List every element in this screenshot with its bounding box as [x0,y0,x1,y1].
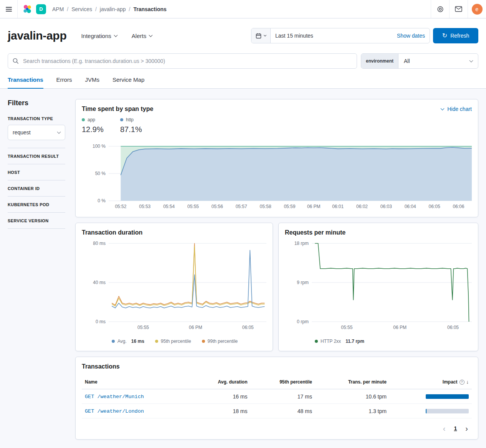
space-avatar[interactable]: D [36,4,46,14]
table-header-row: Name Avg. duration 95th percentile Trans… [82,375,472,389]
panel-title: Requests per minute [285,229,472,236]
filter-section-host[interactable]: HOST [8,164,65,180]
impact-header-label: Impact [443,379,458,385]
date-quick-select-button[interactable] [251,28,271,43]
search-icon [13,58,19,64]
tpm-cell: 1.3 tpm [315,404,390,418]
environment-label: environment [361,54,398,68]
y-tick-label: 9 rpm [297,280,309,285]
tab-errors[interactable]: Errors [56,76,72,89]
breadcrumb-service-name[interactable]: javalin-app [100,6,126,12]
date-picker: Last 15 minutes Show dates [251,28,430,43]
breadcrumb: APM / Services / javalin-app / Transacti… [52,6,167,12]
pagination: ‹ 1 › [82,418,472,433]
legend-item-avg[interactable]: Avg. 16 ms [112,339,144,344]
panel-title: Transactions [82,363,472,370]
refresh-icon: ↻ [442,33,447,39]
filter-section-container-id[interactable]: CONTAINER ID [8,180,65,196]
y-tick-label: 0 ms [96,319,106,324]
alerts-button[interactable]: Alerts [132,33,152,39]
x-tick-label: 06 PM [189,325,202,330]
x-tick-label: 05:53 [139,204,150,209]
p95-series-dot-icon [155,340,158,343]
x-tick-label: 05:55 [187,204,199,209]
panel-title: Transaction duration [82,229,266,236]
refresh-button[interactable]: ↻ Refresh [433,28,478,43]
hide-chart-label: Hide chart [447,106,472,112]
x-tick-label: 06:02 [356,204,368,209]
hide-chart-button[interactable]: Hide chart [441,106,472,112]
legend-item-http-2xx[interactable]: HTTP 2xx 11.7 rpm [315,339,364,344]
integrations-button[interactable]: Integrations [81,33,117,39]
x-tick-label: 06:05 [447,325,459,330]
column-header-impact[interactable]: Impact?↓ [390,375,472,389]
mail-icon[interactable] [449,0,468,18]
show-dates-button[interactable]: Show dates [392,28,430,43]
transaction-link-weather-munich[interactable]: GET /weather/Munich [85,394,144,400]
chevron-down-icon [469,58,473,62]
help-icon[interactable] [431,0,449,18]
http-2xx-series-dot-icon [315,340,318,343]
transaction-type-select[interactable]: request [8,125,65,140]
legend-item-95th-percentile[interactable]: 95th percentile [155,339,191,344]
user-avatar[interactable]: e [468,0,486,18]
next-page-button[interactable]: › [465,425,468,432]
chevron-down-icon [264,33,266,36]
p95-cell: 17 ms [251,389,315,404]
span-type-legend: app 12.9% http 87.1% [82,117,472,134]
impact-bar [426,409,426,413]
legend-label: 95th percentile [161,339,191,344]
y-axis-labels: 100 % 50 % 0 % [82,145,109,211]
transaction-link-weather-london[interactable]: GET /weather/London [85,408,144,414]
page-1-button[interactable]: 1 [454,425,457,431]
column-header-name[interactable]: Name [82,375,191,389]
breadcrumb-separator: / [129,6,131,12]
x-tick-label: 05:54 [163,204,175,209]
app-series-dot-icon [82,118,85,121]
search-input[interactable] [22,58,352,64]
legend-label: HTTP 2xx [321,339,341,344]
breadcrumb-services[interactable]: Services [71,6,92,12]
x-tick-label: 06:03 [380,204,392,209]
x-tick-label: 06:05 [242,325,254,330]
legend-item-http[interactable]: http [120,117,148,122]
rpm-legend: HTTP 2xx 11.7 rpm [315,339,472,344]
impact-bar [426,394,469,399]
filter-section-transaction-result[interactable]: TRANSACTION RESULT [8,148,65,164]
impact-help-icon[interactable]: ? [460,380,465,385]
elastic-logo-icon[interactable] [22,4,32,14]
app-percentage: 12.9% [82,125,109,134]
x-tick-label: 06:04 [405,204,416,209]
y-tick-label: 50 % [95,171,106,176]
transactions-table: Name Avg. duration 95th percentile Trans… [82,375,472,418]
legend-item-99th-percentile[interactable]: 99th percentile [202,339,238,344]
tab-service-map[interactable]: Service Map [112,76,144,89]
filter-section-kubernetes-pod[interactable]: KUBERNETES POD [8,196,65,212]
column-header-avg-duration[interactable]: Avg. duration [191,375,250,389]
breadcrumb-apm[interactable]: APM [52,6,64,12]
x-axis-labels: 05:5205:5305:5405:5505:5605:5705:5805:59… [109,204,472,211]
p99-series-dot-icon [202,340,205,343]
environment-filter: environment All [361,53,478,69]
impact-track [426,394,469,399]
x-tick-label: 06 PM [307,204,321,209]
legend-label: 99th percentile [208,339,238,344]
column-header-95th-percentile[interactable]: 95th percentile [251,375,315,389]
tab-jvms[interactable]: JVMs [85,76,99,89]
search-bar [8,53,357,69]
y-axis-labels: 18 rpm 9 rpm 0 rpm [285,242,312,332]
previous-page-button[interactable]: ‹ [443,425,446,432]
x-tick-label: 05:55 [137,325,149,330]
time-range-button[interactable]: Last 15 minutes [271,28,392,43]
page-title: javalin-app [8,29,66,42]
environment-select[interactable]: All [398,54,478,68]
column-header-trans-per-minute[interactable]: Trans. per minute [315,375,390,389]
tab-transactions[interactable]: Transactions [8,76,43,89]
legend-item-app[interactable]: app [82,117,109,122]
alerts-label: Alerts [132,33,146,39]
filter-section-service-version[interactable]: SERVICE VERSION [8,212,65,229]
hamburger-menu-button[interactable] [0,0,18,18]
table-row: GET /weather/Munich 16 ms 17 ms 10.6 tpm [82,389,472,404]
legend-label: Avg. [117,339,127,344]
tpm-cell: 10.6 tpm [315,389,390,404]
